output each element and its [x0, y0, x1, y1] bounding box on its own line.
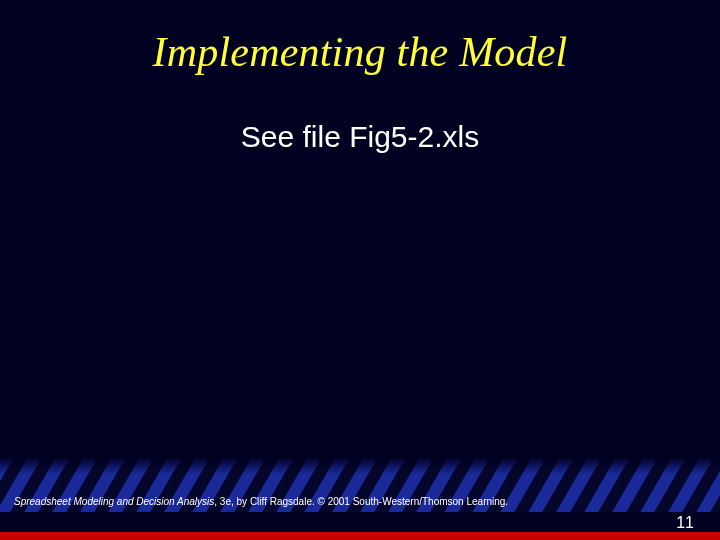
slide-body-text: See file Fig5-2.xls: [0, 120, 720, 154]
footer-credit: Spreadsheet Modeling and Decision Analys…: [14, 497, 508, 507]
page-number: 11: [676, 514, 694, 532]
footer-book-title: Spreadsheet Modeling and Decision Analys…: [14, 496, 214, 507]
svg-rect-3: [0, 457, 720, 492]
footer-remainder: , 3e, by Cliff Ragsdale. © 2001 South-We…: [214, 496, 508, 507]
slide-title: Implementing the Model: [0, 28, 720, 76]
slide: Implementing the Model See file Fig5-2.x…: [0, 0, 720, 540]
bottom-red-bar: [0, 532, 720, 540]
